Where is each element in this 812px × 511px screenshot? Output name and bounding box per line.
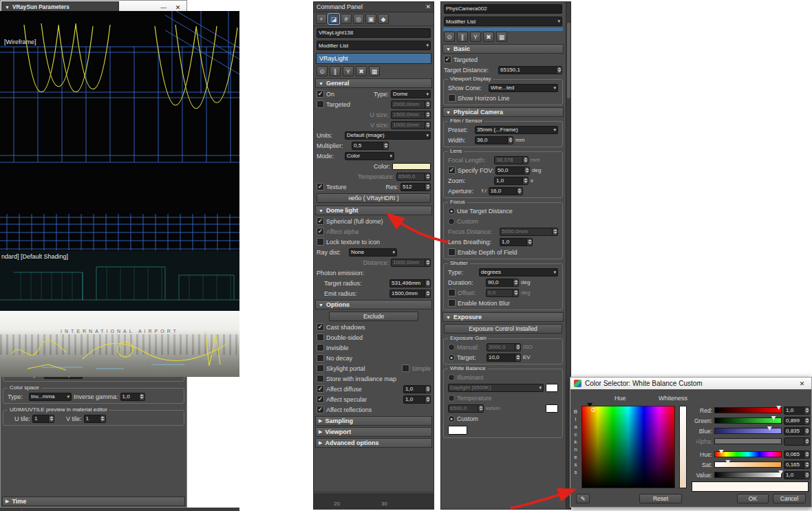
v-size-spinner[interactable]: 1000,0mm (391, 121, 431, 129)
red-value-spinner[interactable]: 1,0 (784, 406, 810, 415)
spinner-arrows-icon[interactable] (513, 279, 518, 286)
focus-distance-spinner[interactable]: 5000,0mm (500, 228, 558, 236)
slider-marker-icon[interactable] (719, 450, 724, 454)
viewport-shading-label[interactable]: ndard] [Default Shading] (1, 253, 68, 260)
value-value-spinner[interactable]: 1,0 (784, 471, 810, 479)
viewport-rollout-header[interactable]: ▶Viewport (315, 427, 432, 437)
color-space-type-dropdown[interactable]: Inv...mma▾ (29, 393, 72, 401)
illuminant-color-swatch[interactable] (546, 384, 558, 392)
texture-checkbox[interactable]: ✓ (317, 183, 324, 191)
spinner-arrows-icon[interactable] (425, 122, 430, 129)
show-end-result-icon[interactable]: ∥ (330, 66, 341, 76)
lock-texture-checkbox[interactable] (317, 238, 324, 246)
reset-button[interactable]: Reset (639, 494, 682, 503)
light-on-checkbox[interactable]: ✓ (317, 90, 324, 98)
affect-diffuse-checkbox[interactable]: ✓ (317, 385, 324, 393)
exclude-button[interactable]: Exclude (329, 312, 418, 321)
spinner-arrows-icon[interactable] (804, 417, 809, 424)
shaded-viewport[interactable]: ndard] [Default Shading] (0, 250, 239, 311)
offset-spinner[interactable]: 0,0 (486, 289, 519, 297)
skylight-portal-checkbox[interactable] (317, 365, 324, 372)
spinner-arrows-icon[interactable] (522, 177, 528, 184)
blue-slider[interactable] (714, 428, 782, 434)
light-color-swatch[interactable] (392, 163, 431, 170)
modifier-list-dropdown[interactable]: Modifier List▾ (444, 17, 562, 26)
sat-slider[interactable] (714, 461, 782, 468)
film-preset-dropdown[interactable]: 35mm (...Frame)▾ (475, 126, 558, 134)
spinner-arrows-icon[interactable] (425, 290, 430, 297)
whiteness-strip[interactable] (679, 406, 687, 488)
temperature-color-swatch[interactable] (546, 404, 558, 413)
remove-modifier-icon[interactable]: ✖ (356, 66, 367, 76)
color-selector-titlebar[interactable]: Color Selector: White Balance Custom ✕ (570, 378, 811, 389)
v-tile-spinner[interactable]: 1 (84, 415, 106, 423)
affect-alpha-checkbox[interactable]: ✓ (317, 228, 324, 235)
spinner-arrows-icon[interactable] (478, 405, 483, 412)
spinner-arrows-icon[interactable] (139, 393, 145, 400)
basic-rollout-header[interactable]: ▼Basic (442, 44, 564, 54)
show-cone-dropdown[interactable]: Whe...ted▾ (489, 84, 558, 92)
spinner-arrows-icon[interactable] (804, 407, 809, 414)
create-tab-icon[interactable]: + (316, 14, 327, 24)
cancel-button[interactable]: Cancel (773, 494, 806, 503)
use-target-distance-radio[interactable]: ● (448, 208, 455, 215)
modifier-stack-item-vraylight[interactable]: VRayLight (317, 54, 431, 63)
target-radius-spinner[interactable]: 531,496mm (389, 279, 431, 287)
spinner-arrows-icon[interactable] (425, 396, 430, 403)
remove-modifier-icon[interactable]: ✖ (483, 32, 494, 42)
lens-breathing-spinner[interactable]: 1,0 (500, 238, 533, 246)
spinner-arrows-icon[interactable] (804, 451, 809, 458)
affect-specular-checkbox[interactable]: ✓ (317, 395, 324, 403)
rendered-viewport[interactable]: INTERNATIONAL AIRPORT (0, 311, 239, 377)
value-slider[interactable] (714, 472, 782, 478)
inverse-gamma-spinner[interactable]: 1,0 (120, 393, 145, 401)
pin-stack-icon[interactable]: ⊙ (317, 66, 328, 76)
make-unique-icon[interactable]: Y (470, 32, 481, 42)
spinner-arrows-icon[interactable] (804, 461, 809, 468)
target-ev-spinner[interactable]: 10,0 (487, 354, 521, 362)
spinner-arrows-icon[interactable] (522, 157, 528, 164)
display-tab-icon[interactable]: ▣ (365, 14, 376, 24)
target-exposure-radio[interactable]: ● (448, 354, 455, 361)
temperature-spinner[interactable]: 6500,0 (448, 404, 484, 413)
blue-value-spinner[interactable]: 0,835 (784, 427, 810, 435)
viewport-shading-label[interactable]: [Wireframe] (4, 39, 36, 45)
spinner-arrows-icon[interactable] (425, 386, 430, 393)
time-rollout-header[interactable]: ▶Time (2, 497, 185, 506)
no-decay-checkbox[interactable] (317, 354, 324, 362)
make-unique-icon[interactable]: Y (343, 66, 354, 76)
manual-iso-spinner[interactable]: 3000,0 (487, 343, 521, 351)
spinner-arrows-icon[interactable] (552, 228, 557, 235)
spinner-arrows-icon[interactable] (507, 137, 513, 144)
spinner-arrows-icon[interactable] (556, 67, 562, 74)
slider-marker-icon[interactable] (778, 470, 783, 475)
exposure-rollout-header[interactable]: ▼Exposure (442, 312, 564, 322)
spinner-arrows-icon[interactable] (513, 290, 518, 296)
custom-wb-radio[interactable]: ● (448, 415, 455, 422)
store-irradiance-checkbox[interactable] (317, 375, 324, 382)
custom-wb-color-swatch[interactable] (448, 426, 467, 435)
spinner-arrows-icon[interactable] (100, 415, 105, 422)
specify-fov-checkbox[interactable]: ✓ (448, 166, 456, 174)
close-button[interactable]: ✕ (796, 378, 808, 389)
slider-marker-icon[interactable] (767, 426, 772, 431)
hue-value-spinner[interactable]: 0,065 (784, 450, 810, 459)
emit-radius-spinner[interactable]: 1500,0mm (389, 290, 431, 298)
spinner-arrows-icon[interactable] (517, 188, 522, 195)
light-type-dropdown[interactable]: Dome▾ (391, 90, 431, 98)
modify-tab-icon[interactable]: ◪ (328, 14, 339, 24)
hierarchy-tab-icon[interactable]: # (341, 14, 352, 24)
physical-camera-rollout-header[interactable]: ▼Physical Camera (442, 107, 564, 117)
motion-tab-icon[interactable]: ◎ (353, 14, 364, 24)
cast-shadows-checkbox[interactable]: ✓ (317, 323, 324, 331)
illuminant-preset-dropdown[interactable]: Daylight (6500K)▾ (448, 384, 544, 392)
multiplier-spinner[interactable]: 0,5 (352, 142, 389, 150)
targeted-checkbox[interactable] (317, 100, 324, 108)
green-slider[interactable] (714, 417, 782, 424)
hue-blackness-square[interactable] (581, 406, 675, 488)
spinner-arrows-icon[interactable] (48, 415, 54, 422)
timeline-strip[interactable]: 20 30 (313, 492, 434, 510)
ray-dist-dropdown[interactable]: None▾ (349, 248, 397, 257)
exposure-control-installed-button[interactable]: Exposure Control Installed (444, 324, 562, 334)
u-size-spinner[interactable]: 1500,0mm (391, 111, 431, 119)
